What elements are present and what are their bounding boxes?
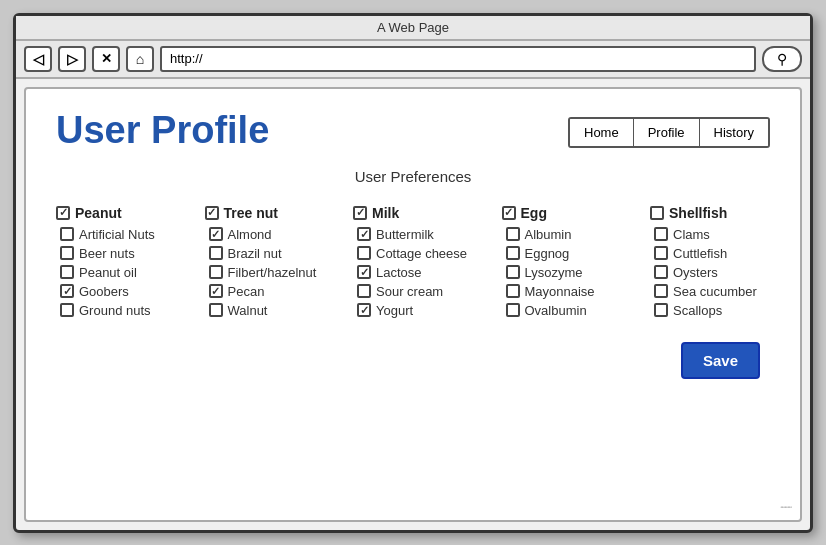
category-checkbox-egg[interactable] xyxy=(502,206,516,220)
category-checkbox-tree nut[interactable] xyxy=(205,206,219,220)
list-item: Sea cucumber xyxy=(650,284,770,299)
address-bar[interactable] xyxy=(160,46,756,72)
list-item: Filbert/hazelnut xyxy=(205,265,325,280)
item-checkbox-2-0[interactable] xyxy=(357,227,371,241)
category-checkbox-milk[interactable] xyxy=(353,206,367,220)
item-checkbox-4-1[interactable] xyxy=(654,246,668,260)
list-item: Pecan xyxy=(205,284,325,299)
category-egg: Egg xyxy=(502,205,622,221)
list-item: Cottage cheese xyxy=(353,246,473,261)
forward-button[interactable]: ▷ xyxy=(58,46,86,72)
item-checkbox-2-4[interactable] xyxy=(357,303,371,317)
category-shellfish: Shellfish xyxy=(650,205,770,221)
item-label-3-0: Albumin xyxy=(525,227,572,242)
item-label-4-2: Oysters xyxy=(673,265,718,280)
list-item: Lysozyme xyxy=(502,265,622,280)
item-checkbox-3-3[interactable] xyxy=(506,284,520,298)
list-item: Mayonnaise xyxy=(502,284,622,299)
nav-history[interactable]: History xyxy=(700,119,768,146)
category-label-3: Egg xyxy=(521,205,547,221)
item-checkbox-1-0[interactable] xyxy=(209,227,223,241)
item-checkbox-2-2[interactable] xyxy=(357,265,371,279)
item-checkbox-3-2[interactable] xyxy=(506,265,520,279)
category-checkbox-shellfish[interactable] xyxy=(650,206,664,220)
item-checkbox-4-0[interactable] xyxy=(654,227,668,241)
pref-column-tree-nut: Tree nutAlmondBrazil nutFilbert/hazelnut… xyxy=(205,205,325,322)
list-item: Albumin xyxy=(502,227,622,242)
item-checkbox-3-4[interactable] xyxy=(506,303,520,317)
category-label-4: Shellfish xyxy=(669,205,727,221)
item-label-4-4: Scallops xyxy=(673,303,722,318)
save-button[interactable]: Save xyxy=(681,342,760,379)
item-label-0-3: Goobers xyxy=(79,284,129,299)
pref-column-milk: MilkButtermilkCottage cheeseLactoseSour … xyxy=(353,205,473,322)
search-button[interactable]: ⚲ xyxy=(762,46,802,72)
item-checkbox-3-1[interactable] xyxy=(506,246,520,260)
list-item: Ground nuts xyxy=(56,303,176,318)
list-item: Sour cream xyxy=(353,284,473,299)
item-label-3-4: Ovalbumin xyxy=(525,303,587,318)
category-peanut: Peanut xyxy=(56,205,176,221)
item-label-2-4: Yogurt xyxy=(376,303,413,318)
item-label-1-3: Pecan xyxy=(228,284,265,299)
item-checkbox-4-2[interactable] xyxy=(654,265,668,279)
list-item: Ovalbumin xyxy=(502,303,622,318)
nav-home[interactable]: Home xyxy=(570,119,634,146)
list-item: Artificial Nuts xyxy=(56,227,176,242)
item-checkbox-0-4[interactable] xyxy=(60,303,74,317)
item-checkbox-0-2[interactable] xyxy=(60,265,74,279)
item-label-0-0: Artificial Nuts xyxy=(79,227,155,242)
category-tree nut: Tree nut xyxy=(205,205,325,221)
list-item: Beer nuts xyxy=(56,246,176,261)
list-item: Eggnog xyxy=(502,246,622,261)
item-label-2-2: Lactose xyxy=(376,265,422,280)
item-checkbox-1-4[interactable] xyxy=(209,303,223,317)
item-label-4-1: Cuttlefish xyxy=(673,246,727,261)
home-button[interactable]: ⌂ xyxy=(126,46,154,72)
item-checkbox-3-0[interactable] xyxy=(506,227,520,241)
nav-profile[interactable]: Profile xyxy=(634,119,700,146)
item-label-3-1: Eggnog xyxy=(525,246,570,261)
page-title: User Profile xyxy=(56,109,269,152)
list-item: Oysters xyxy=(650,265,770,280)
item-label-1-1: Brazil nut xyxy=(228,246,282,261)
item-label-0-1: Beer nuts xyxy=(79,246,135,261)
item-checkbox-0-1[interactable] xyxy=(60,246,74,260)
list-item: Clams xyxy=(650,227,770,242)
list-item: Almond xyxy=(205,227,325,242)
close-button[interactable]: ✕ xyxy=(92,46,120,72)
page-content: User Profile Home Profile History User P… xyxy=(24,87,802,522)
pref-column-shellfish: ShellfishClamsCuttlefishOystersSea cucum… xyxy=(650,205,770,322)
corner-decoration: ⟋ xyxy=(774,494,798,518)
item-label-1-0: Almond xyxy=(228,227,272,242)
title-bar: A Web Page xyxy=(16,16,810,41)
item-checkbox-4-3[interactable] xyxy=(654,284,668,298)
list-item: Cuttlefish xyxy=(650,246,770,261)
preferences-grid: PeanutArtificial NutsBeer nutsPeanut oil… xyxy=(56,205,770,322)
list-item: Goobers xyxy=(56,284,176,299)
page-header: User Profile Home Profile History xyxy=(56,109,770,152)
item-checkbox-1-1[interactable] xyxy=(209,246,223,260)
item-checkbox-4-4[interactable] xyxy=(654,303,668,317)
pref-column-egg: EggAlbuminEggnogLysozymeMayonnaiseOvalbu… xyxy=(502,205,622,322)
list-item: Yogurt xyxy=(353,303,473,318)
item-checkbox-1-2[interactable] xyxy=(209,265,223,279)
item-checkbox-1-3[interactable] xyxy=(209,284,223,298)
item-checkbox-0-3[interactable] xyxy=(60,284,74,298)
search-icon: ⚲ xyxy=(777,51,787,67)
item-checkbox-2-1[interactable] xyxy=(357,246,371,260)
item-label-2-3: Sour cream xyxy=(376,284,443,299)
item-label-3-3: Mayonnaise xyxy=(525,284,595,299)
list-item: Walnut xyxy=(205,303,325,318)
back-button[interactable]: ◁ xyxy=(24,46,52,72)
item-checkbox-0-0[interactable] xyxy=(60,227,74,241)
category-label-2: Milk xyxy=(372,205,399,221)
item-checkbox-2-3[interactable] xyxy=(357,284,371,298)
item-label-1-2: Filbert/hazelnut xyxy=(228,265,317,280)
category-checkbox-peanut[interactable] xyxy=(56,206,70,220)
item-label-2-0: Buttermilk xyxy=(376,227,434,242)
category-label-1: Tree nut xyxy=(224,205,278,221)
pref-column-peanut: PeanutArtificial NutsBeer nutsPeanut oil… xyxy=(56,205,176,322)
list-item: Brazil nut xyxy=(205,246,325,261)
save-area: Save xyxy=(56,342,770,379)
